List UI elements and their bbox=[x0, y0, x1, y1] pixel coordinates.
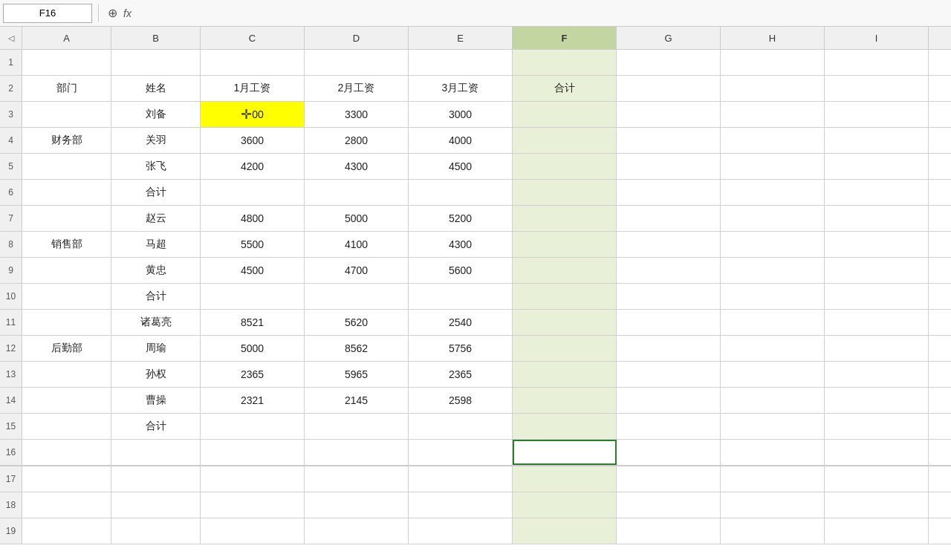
row-header-14[interactable]: 14 bbox=[0, 388, 22, 413]
cell-i13[interactable] bbox=[825, 362, 929, 387]
cell-b2[interactable]: 姓名 bbox=[111, 76, 201, 101]
cell-c17[interactable] bbox=[201, 466, 305, 492]
cell-a8[interactable]: 销售部 bbox=[22, 232, 111, 257]
cell-g3[interactable] bbox=[617, 102, 721, 127]
cell-c4[interactable]: 3600 bbox=[201, 128, 305, 153]
cell-h9[interactable] bbox=[721, 258, 825, 283]
cell-b3[interactable]: 刘备 bbox=[111, 102, 201, 127]
cell-i14[interactable] bbox=[825, 388, 929, 413]
cell-i15[interactable] bbox=[825, 414, 929, 439]
cell-a14[interactable] bbox=[22, 388, 111, 413]
cell-e7[interactable]: 5200 bbox=[409, 206, 513, 231]
cell-b4[interactable]: 关羽 bbox=[111, 128, 201, 153]
cell-e6[interactable] bbox=[409, 180, 513, 205]
cell-i8[interactable] bbox=[825, 232, 929, 257]
cell-g7[interactable] bbox=[617, 206, 721, 231]
cell-a16[interactable] bbox=[22, 440, 111, 465]
cell-d15[interactable] bbox=[305, 414, 409, 439]
cell-i7[interactable] bbox=[825, 206, 929, 231]
cell-i5[interactable] bbox=[825, 154, 929, 179]
cell-h19[interactable] bbox=[721, 518, 825, 544]
col-header-a[interactable]: A bbox=[22, 27, 111, 49]
cell-d18[interactable] bbox=[305, 492, 409, 518]
cell-f10[interactable] bbox=[513, 284, 617, 309]
cell-a17[interactable] bbox=[22, 466, 111, 492]
cell-f15[interactable] bbox=[513, 414, 617, 439]
cell-h3[interactable] bbox=[721, 102, 825, 127]
cell-c12[interactable]: 5000 bbox=[201, 336, 305, 361]
cell-g13[interactable] bbox=[617, 362, 721, 387]
cell-d13[interactable]: 5965 bbox=[305, 362, 409, 387]
cell-b13[interactable]: 孙权 bbox=[111, 362, 201, 387]
row-header-3[interactable]: 3 bbox=[0, 102, 22, 127]
cell-g19[interactable] bbox=[617, 518, 721, 544]
row-header-15[interactable]: 15 bbox=[0, 414, 22, 439]
cell-i1[interactable] bbox=[825, 50, 929, 75]
cell-b15[interactable]: 合计 bbox=[111, 414, 201, 439]
cell-c15[interactable] bbox=[201, 414, 305, 439]
col-header-d[interactable]: D bbox=[305, 27, 409, 49]
row-header-4[interactable]: 4 bbox=[0, 128, 22, 153]
col-header-i[interactable]: I bbox=[825, 27, 929, 49]
cell-f3[interactable] bbox=[513, 102, 617, 127]
cell-b16[interactable] bbox=[111, 440, 201, 465]
row-header-2[interactable]: 2 bbox=[0, 76, 22, 101]
cell-c11[interactable]: 8521 bbox=[201, 310, 305, 335]
col-header-e[interactable]: E bbox=[409, 27, 513, 49]
cell-f9[interactable] bbox=[513, 258, 617, 283]
cell-f18[interactable] bbox=[513, 492, 617, 518]
cell-g15[interactable] bbox=[617, 414, 721, 439]
cell-e3[interactable]: 3000 bbox=[409, 102, 513, 127]
cell-i19[interactable] bbox=[825, 518, 929, 544]
cell-e14[interactable]: 2598 bbox=[409, 388, 513, 413]
cell-b6[interactable]: 合计 bbox=[111, 180, 201, 205]
cell-a12[interactable]: 后勤部 bbox=[22, 336, 111, 361]
cell-i9[interactable] bbox=[825, 258, 929, 283]
cell-e13[interactable]: 2365 bbox=[409, 362, 513, 387]
cell-d19[interactable] bbox=[305, 518, 409, 544]
cell-c10[interactable] bbox=[201, 284, 305, 309]
cell-h17[interactable] bbox=[721, 466, 825, 492]
cell-i10[interactable] bbox=[825, 284, 929, 309]
cell-b8[interactable]: 马超 bbox=[111, 232, 201, 257]
col-header-h[interactable]: H bbox=[721, 27, 825, 49]
cell-reference-box[interactable]: F16 bbox=[3, 4, 92, 23]
cell-a13[interactable] bbox=[22, 362, 111, 387]
row-header-17[interactable]: 17 bbox=[0, 466, 22, 492]
cell-a18[interactable] bbox=[22, 492, 111, 518]
cell-i4[interactable] bbox=[825, 128, 929, 153]
cell-h1[interactable] bbox=[721, 50, 825, 75]
cell-d9[interactable]: 4700 bbox=[305, 258, 409, 283]
cell-e5[interactable]: 4500 bbox=[409, 154, 513, 179]
cell-h5[interactable] bbox=[721, 154, 825, 179]
cell-i11[interactable] bbox=[825, 310, 929, 335]
cell-i2[interactable] bbox=[825, 76, 929, 101]
cell-g18[interactable] bbox=[617, 492, 721, 518]
cell-c2[interactable]: 1月工资 bbox=[201, 76, 305, 101]
cell-d12[interactable]: 8562 bbox=[305, 336, 409, 361]
cell-h2[interactable] bbox=[721, 76, 825, 101]
row-header-9[interactable]: 9 bbox=[0, 258, 22, 283]
cell-c8[interactable]: 5500 bbox=[201, 232, 305, 257]
cell-d16[interactable] bbox=[305, 440, 409, 465]
cell-f12[interactable] bbox=[513, 336, 617, 361]
cell-d4[interactable]: 2800 bbox=[305, 128, 409, 153]
cell-c6[interactable] bbox=[201, 180, 305, 205]
cell-a15[interactable] bbox=[22, 414, 111, 439]
cell-h18[interactable] bbox=[721, 492, 825, 518]
cell-f17[interactable] bbox=[513, 466, 617, 492]
cell-d1[interactable] bbox=[305, 50, 409, 75]
cell-g16[interactable] bbox=[617, 440, 721, 465]
col-header-f[interactable]: F bbox=[513, 27, 617, 49]
cell-g8[interactable] bbox=[617, 232, 721, 257]
cell-e2[interactable]: 3月工资 bbox=[409, 76, 513, 101]
cell-g11[interactable] bbox=[617, 310, 721, 335]
cell-h15[interactable] bbox=[721, 414, 825, 439]
cell-b12[interactable]: 周瑜 bbox=[111, 336, 201, 361]
cell-c7[interactable]: 4800 bbox=[201, 206, 305, 231]
cell-d7[interactable]: 5000 bbox=[305, 206, 409, 231]
cell-b10[interactable]: 合计 bbox=[111, 284, 201, 309]
cell-a5[interactable] bbox=[22, 154, 111, 179]
cell-h13[interactable] bbox=[721, 362, 825, 387]
row-header-8[interactable]: 8 bbox=[0, 232, 22, 257]
